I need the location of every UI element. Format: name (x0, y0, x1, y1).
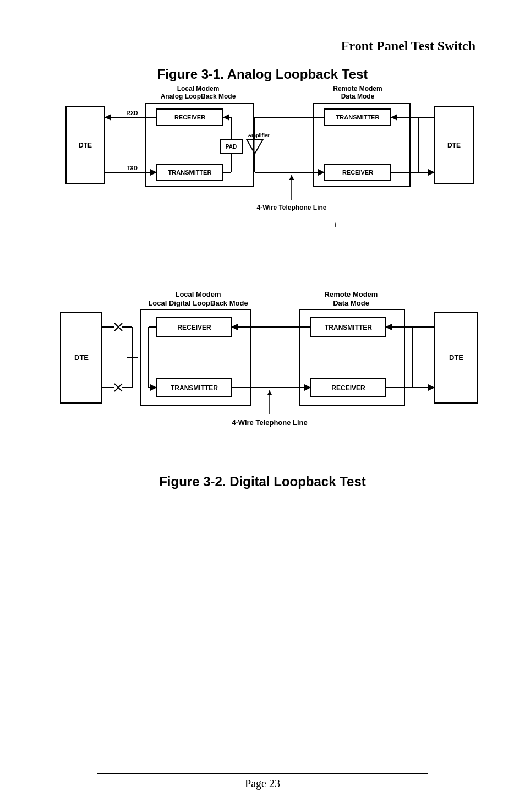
figure-1-diagram: Local Modem Analog LoopBack Mode Remote … (50, 84, 490, 238)
fig2-remote-label2: Data Mode (333, 299, 369, 307)
fig1-local-transmitter: TRANSMITTER (168, 169, 212, 176)
fig1-tick: t (335, 221, 337, 229)
fig2-dte-right: DTE (449, 353, 463, 362)
fig1-local-receiver: RECEIVER (174, 114, 205, 121)
fig1-txd-label: TXD (127, 165, 138, 171)
fig2-dte-left: DTE (74, 353, 89, 362)
page-number: Page 23 (245, 777, 280, 789)
fig2-local-label2: Local Digital LoopBack Mode (148, 299, 248, 307)
fig1-remote-transmitter: TRANSMITTER (336, 114, 380, 121)
figure-1-title: Figure 3-1. Analog Loopback Test (50, 67, 475, 82)
footer-rule (97, 773, 428, 774)
fig1-pad: PAD (226, 144, 237, 150)
fig1-local-label1: Local Modem (177, 85, 220, 92)
fig1-line-label: 4-Wire Telephone Line (256, 204, 326, 211)
fig2-local-receiver: RECEIVER (177, 324, 211, 331)
fig2-remote-label1: Remote Modem (325, 290, 378, 298)
fig1-rxd-label: RXD (126, 110, 138, 116)
fig1-dte-right: DTE (447, 141, 461, 149)
fig1-local-label2: Analog LoopBack Mode (161, 92, 236, 100)
fig2-line-label: 4-Wire Telephone Line (232, 418, 308, 427)
page-footer: Page 23 (0, 773, 525, 790)
figure-2-diagram: Local Modem Local Digital LoopBack Mode … (50, 290, 490, 444)
fig1-remote-label2: Data Mode (341, 92, 375, 100)
fig1-amplifier: Amplifier (248, 133, 270, 138)
page-header: Front Panel Test Switch (50, 39, 475, 53)
fig2-remote-transmitter: TRANSMITTER (325, 324, 372, 331)
fig1-remote-label1: Remote Modem (333, 85, 382, 92)
fig1-dte-left: DTE (79, 141, 92, 149)
figure-2-title: Figure 3-2. Digital Loopback Test (50, 474, 475, 489)
fig1-remote-receiver: RECEIVER (342, 169, 373, 176)
fig2-local-transmitter: TRANSMITTER (171, 384, 218, 392)
fig2-remote-receiver: RECEIVER (331, 384, 365, 392)
fig2-local-label1: Local Modem (175, 290, 221, 298)
